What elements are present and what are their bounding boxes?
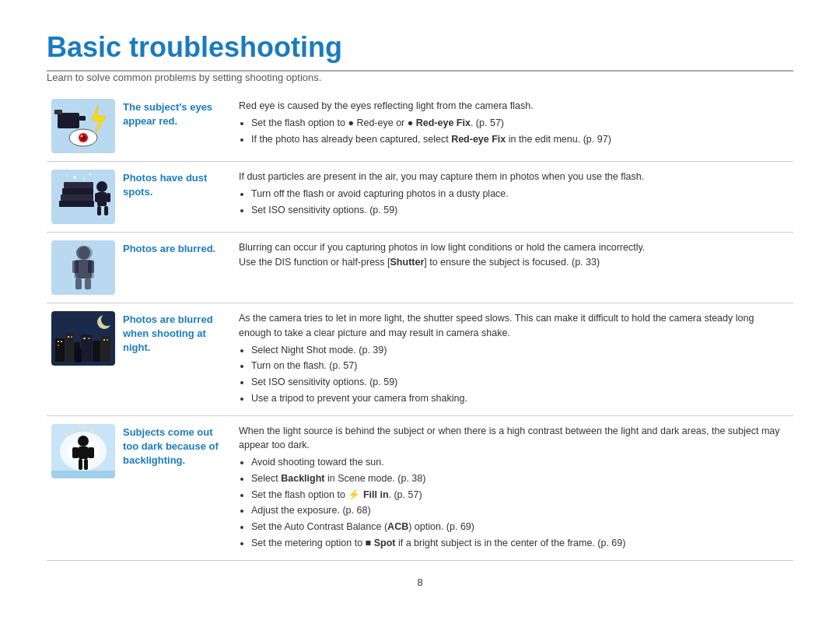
svg-rect-61 [84,459,88,470]
table-row-row-red-eye: The subject's eyes appear red.Red eye is… [47,91,793,162]
svg-rect-16 [95,193,99,202]
label-cell-row-red-eye: The subject's eyes appear red. [120,91,233,162]
row-label-row-red-eye: The subject's eyes appear red. [123,101,212,127]
table-row-row-blurred: Photos are blurred.Blurring can occur if… [47,233,793,303]
svg-rect-44 [58,345,59,346]
label-cell-row-night: Photos are blurred when shooting at nigh… [120,303,233,416]
svg-rect-40 [93,341,100,362]
label-cell-row-blurred: Photos are blurred. [120,233,233,303]
svg-rect-47 [83,338,86,339]
svg-rect-13 [64,182,93,188]
label-cell-row-backlight: Subjects come out too dark because of ba… [120,415,233,560]
svg-rect-43 [61,341,62,342]
svg-rect-1 [58,113,79,128]
svg-rect-10 [59,201,94,207]
svg-rect-48 [88,338,90,339]
svg-point-8 [81,135,83,138]
svg-rect-29 [72,261,79,273]
svg-point-21 [89,173,92,176]
svg-rect-36 [55,338,65,362]
svg-rect-42 [58,341,59,342]
row-label-row-night: Photos are blurred when shooting at nigh… [123,313,213,353]
svg-point-51 [75,349,82,355]
svg-point-14 [96,181,107,192]
desc-cell-row-blurred: Blurring can occur if you capturing phot… [233,233,793,303]
desc-list-row-dust: Turn off the flash or avoid capturing ph… [251,187,787,218]
svg-rect-49 [103,339,105,341]
svg-point-26 [79,246,93,260]
desc-text-row-red-eye-0: Red eye is caused by the eyes reflecting… [239,99,787,114]
desc-bullet-row-red-eye-2: If the photo has already been captured, … [251,132,787,147]
svg-point-56 [78,436,89,447]
desc-text-row-night-0: As the camera tries to let in more light… [239,311,787,341]
svg-rect-41 [101,336,110,362]
troubleshooting-table: The subject's eyes appear red.Red eye is… [47,91,793,561]
svg-point-20 [73,176,76,179]
desc-bullet-row-backlight-6: Set the metering option to ■ Spot if a b… [251,536,787,551]
svg-rect-45 [68,336,69,338]
desc-bullet-row-night-1: Select Night Shot mode. (p. 39) [251,343,787,358]
image-cell-row-dust [47,162,120,233]
desc-bullet-row-backlight-3: Set the flash option to ⚡ Fill in. (p. 5… [251,488,787,503]
desc-bullet-row-night-4: Use a tripod to prevent your camera from… [251,391,787,406]
desc-list-row-backlight: Avoid shooting toward the sun.Select Bac… [251,455,787,551]
svg-rect-59 [88,447,94,458]
svg-rect-12 [62,188,93,194]
desc-bullet-row-dust-1: Turn off the flash or avoid capturing ph… [251,187,787,201]
desc-text-row-blurred-0: Blurring can occur if you capturing phot… [239,240,787,255]
image-cell-row-blurred [47,233,120,303]
label-cell-row-dust: Photos have dust spots. [120,162,233,233]
svg-point-22 [66,175,68,177]
image-cell-row-red-eye [47,91,120,162]
row-label-row-dust: Photos have dust spots. [123,172,207,198]
image-cell-row-backlight [47,415,120,560]
desc-bullet-row-backlight-2: Select Backlight in Scene mode. (p. 38) [251,471,787,486]
desc-bullet-row-night-3: Set ISO sensitivity options. (p. 59) [251,375,787,390]
desc-list-row-night: Select Night Shot mode. (p. 39)Turn on t… [251,343,787,406]
desc-cell-row-backlight: When the light source is behind the subj… [233,415,793,560]
desc-bullet-row-backlight-5: Set the Auto Contrast Balance (ACB) opti… [251,520,787,534]
table-row-row-backlight: Subjects come out too dark because of ba… [47,415,793,560]
svg-rect-2 [79,116,86,121]
desc-bullet-row-backlight-1: Avoid shooting toward the sun. [251,455,787,470]
svg-point-35 [101,313,114,326]
svg-point-23 [83,178,86,180]
svg-rect-58 [72,447,79,458]
image-cell-row-night [47,303,120,416]
desc-bullet-row-backlight-4: Adjust the exposure. (p. 68) [251,503,787,518]
svg-rect-3 [54,110,62,114]
desc-list-row-red-eye: Set the flash option to ● Red-eye or ● R… [251,116,787,147]
row-label-row-backlight: Subjects come out too dark because of ba… [123,426,219,466]
desc-bullet-row-red-eye-1: Set the flash option to ● Red-eye or ● R… [251,116,787,131]
table-row-row-dust: Photos have dust spots.If dust particles… [47,162,793,233]
svg-rect-60 [79,459,82,470]
desc-text-row-dust-0: If dust particles are present in the air… [239,170,787,184]
desc-text-row-blurred-1: Use the DIS function or half-press [Shut… [239,255,787,270]
page-subtitle: Learn to solve common problems by settin… [47,72,793,83]
desc-bullet-row-dust-2: Set ISO sensitivity options. (p. 59) [251,203,787,218]
svg-rect-17 [107,193,110,202]
table-row-row-night: Photos are blurred when shooting at nigh… [47,303,793,416]
svg-rect-62 [51,471,115,478]
svg-rect-18 [97,206,101,215]
desc-cell-row-night: As the camera tries to let in more light… [233,303,793,416]
svg-rect-30 [88,261,94,273]
svg-rect-52 [75,355,82,363]
desc-text-row-backlight-0: When the light source is behind the subj… [239,424,787,454]
desc-cell-row-dust: If dust particles are present in the air… [233,162,793,233]
svg-rect-11 [61,194,93,201]
svg-rect-19 [104,206,108,215]
desc-bullet-row-night-2: Turn on the flash. (p. 57) [251,359,787,373]
svg-rect-57 [79,447,88,459]
desc-cell-row-red-eye: Red eye is caused by the eyes reflecting… [233,91,793,162]
svg-rect-32 [85,278,91,289]
svg-rect-46 [71,336,72,338]
row-label-row-blurred: Photos are blurred. [123,243,215,254]
svg-rect-50 [107,339,108,341]
svg-rect-31 [75,278,82,289]
page-number: 8 [47,576,793,588]
page-title: Basic troubleshooting [47,31,793,64]
